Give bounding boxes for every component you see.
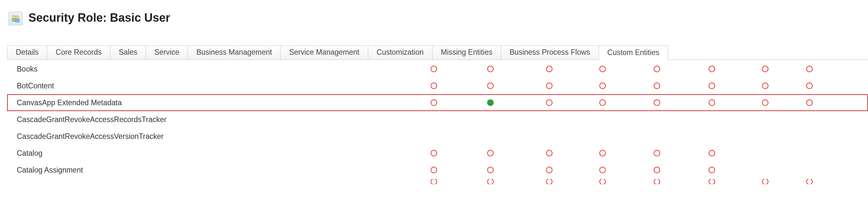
svg-point-40 <box>431 179 437 184</box>
privilege-toggle[interactable] <box>628 99 685 107</box>
privilege-toggle[interactable] <box>738 178 792 185</box>
tab-strip: DetailsCore RecordsSalesServiceBusiness … <box>0 45 868 60</box>
privilege-toggle[interactable] <box>628 65 685 73</box>
table-row: Books <box>7 61 868 77</box>
tab-bpf[interactable]: Business Process Flows <box>501 45 599 60</box>
svg-point-11 <box>807 66 812 72</box>
privilege-cells <box>409 178 827 185</box>
privilege-cells <box>409 99 827 107</box>
privilege-toggle[interactable] <box>628 166 685 174</box>
tab-custent[interactable]: Custom Entities <box>599 46 668 60</box>
privilege-toggle[interactable] <box>685 82 738 90</box>
privilege-toggle[interactable] <box>628 149 685 157</box>
table-row <box>7 178 868 185</box>
privilege-toggle[interactable] <box>738 82 792 90</box>
entity-label: Catalog Assignment <box>8 166 409 175</box>
svg-point-41 <box>488 179 493 184</box>
svg-point-47 <box>807 179 812 184</box>
privilege-toggle[interactable] <box>409 166 459 174</box>
svg-point-14 <box>546 83 552 89</box>
tab-missing[interactable]: Missing Entities <box>432 45 501 60</box>
svg-point-15 <box>600 83 606 89</box>
privilege-toggle[interactable] <box>459 166 522 174</box>
svg-point-13 <box>488 83 493 89</box>
svg-point-25 <box>709 100 715 106</box>
privilege-toggle[interactable] <box>522 178 577 185</box>
svg-point-26 <box>762 100 768 106</box>
svg-point-17 <box>709 83 715 89</box>
entity-label: CascadeGrantRevokeAccessRecordsTracker <box>8 115 409 124</box>
privilege-toggle[interactable] <box>792 178 827 185</box>
svg-point-30 <box>546 150 552 156</box>
privilege-toggle[interactable] <box>522 65 577 73</box>
svg-point-27 <box>807 100 812 106</box>
tab-custom[interactable]: Customization <box>368 45 433 60</box>
privilege-toggle[interactable] <box>459 178 522 185</box>
privilege-toggle[interactable] <box>459 149 522 157</box>
tab-core[interactable]: Core Records <box>47 45 110 60</box>
tab-sales[interactable]: Sales <box>110 45 146 60</box>
privilege-toggle[interactable] <box>459 65 522 73</box>
svg-point-33 <box>709 150 715 156</box>
svg-point-44 <box>654 179 660 184</box>
svg-rect-3 <box>15 19 20 22</box>
svg-point-34 <box>431 167 437 173</box>
privilege-toggle[interactable] <box>459 99 522 107</box>
privilege-toggle[interactable] <box>522 149 577 157</box>
svg-point-9 <box>709 66 715 72</box>
privilege-toggle[interactable] <box>792 99 827 107</box>
entity-label: CascadeGrantRevokeAccessVersionTracker <box>8 132 409 141</box>
privilege-toggle[interactable] <box>409 178 459 185</box>
entity-label: CanvasApp Extended Metadata <box>8 98 409 107</box>
privilege-cells <box>409 65 827 73</box>
privilege-toggle[interactable] <box>577 65 628 73</box>
tab-service[interactable]: Service <box>146 45 188 60</box>
privilege-toggle[interactable] <box>685 166 738 174</box>
privilege-toggle[interactable] <box>685 178 738 185</box>
table-row: BotContent <box>7 77 868 94</box>
tab-details[interactable]: Details <box>7 45 47 60</box>
tab-bizmgmt[interactable]: Business Management <box>187 45 281 60</box>
entity-label: BotContent <box>8 82 409 90</box>
privilege-toggle[interactable] <box>628 82 685 90</box>
tab-svcmgmt[interactable]: Service Management <box>280 45 368 60</box>
svg-point-45 <box>709 179 715 184</box>
svg-point-7 <box>600 66 606 72</box>
privilege-cells <box>409 149 827 157</box>
privilege-toggle[interactable] <box>738 99 792 107</box>
privilege-toggle[interactable] <box>522 82 577 90</box>
privilege-toggle[interactable] <box>577 178 628 185</box>
svg-point-36 <box>546 167 552 173</box>
privilege-toggle[interactable] <box>409 82 459 90</box>
privilege-toggle[interactable] <box>409 65 459 73</box>
security-role-icon <box>8 12 23 25</box>
svg-point-0 <box>12 15 16 18</box>
privilege-toggle[interactable] <box>577 82 628 90</box>
svg-point-39 <box>709 167 715 173</box>
privilege-toggle[interactable] <box>577 166 628 174</box>
svg-point-24 <box>654 100 660 106</box>
privilege-toggle[interactable] <box>577 149 628 157</box>
privilege-toggle[interactable] <box>459 82 522 90</box>
privilege-toggle[interactable] <box>685 99 738 107</box>
privilege-toggle[interactable] <box>685 65 738 73</box>
svg-point-43 <box>600 179 606 184</box>
privilege-toggle[interactable] <box>685 149 738 157</box>
svg-point-16 <box>654 83 660 89</box>
privilege-toggle[interactable] <box>738 65 792 73</box>
svg-point-42 <box>546 179 552 184</box>
privilege-toggle[interactable] <box>577 99 628 107</box>
svg-point-21 <box>488 100 493 106</box>
privilege-grid: BooksBotContentCanvasApp Extended Metada… <box>0 60 868 185</box>
privilege-toggle[interactable] <box>792 65 827 73</box>
page-header: Security Role: Basic User <box>0 0 868 25</box>
privilege-toggle[interactable] <box>522 166 577 174</box>
svg-point-19 <box>807 83 812 89</box>
privilege-toggle[interactable] <box>409 99 459 107</box>
privilege-toggle[interactable] <box>792 82 827 90</box>
svg-point-8 <box>654 66 660 72</box>
privilege-toggle[interactable] <box>409 149 459 157</box>
privilege-toggle[interactable] <box>628 178 685 185</box>
entity-label: Books <box>8 65 409 74</box>
privilege-toggle[interactable] <box>522 99 577 107</box>
